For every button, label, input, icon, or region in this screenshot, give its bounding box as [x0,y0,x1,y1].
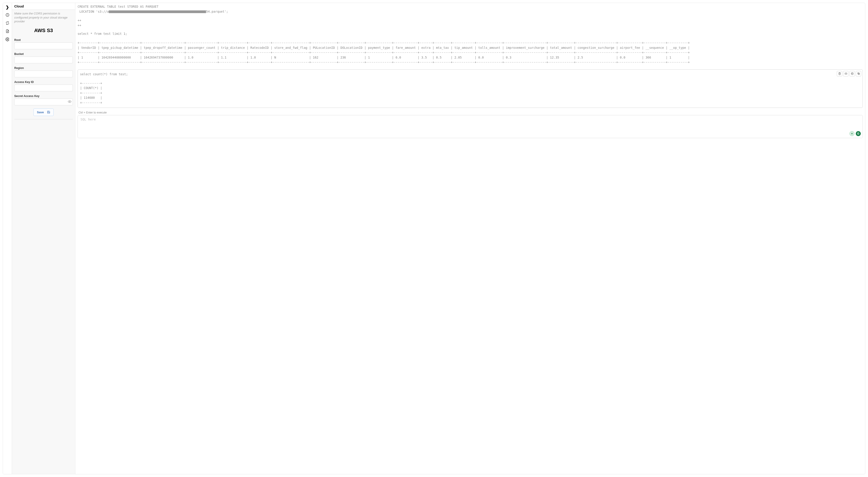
grammarly-dark-icon[interactable]: G [856,131,861,136]
result-select: +----------+----------------------+-----… [78,40,863,65]
sql-editor: G [78,115,863,138]
input-root[interactable] [14,42,73,49]
sidebar: Cloud Make sure the CORS permission is c… [12,3,75,474]
sync-icon[interactable] [5,21,9,26]
query-text-select: select * from test limit 1; [78,31,863,36]
label-secret: Secret Access Key [14,95,73,98]
app-shell: ❯ Cloud Make sure the CORS permission is… [3,3,865,474]
query-block-create[interactable]: CREATE EXTERNAL TABLE test STORED AS PAR… [77,4,864,31]
label-bucket: Bucket [14,53,73,56]
svg-point-2 [7,14,7,14]
execute-hint: Ctrl + Enter to execute [79,111,863,114]
svg-point-6 [69,101,70,102]
query-text-create: CREATE EXTERNAL TABLE test STORED AS PAR… [78,4,863,14]
query-block-select[interactable]: select * from test limit 1; +----------+… [77,31,864,68]
insert-before-button[interactable] [849,71,855,76]
delete-block-button[interactable] [837,71,842,76]
arrow-in-icon [851,72,854,75]
sidebar-hint: Make sure the CORS permission is configu… [14,11,73,24]
input-secret[interactable] [14,99,73,105]
svg-point-13 [851,133,852,134]
save-button-label: Save [37,110,44,114]
save-icon [47,110,50,114]
label-access-key: Access Key ID [14,81,73,84]
copy-block-button[interactable] [856,71,861,76]
label-root: Root [14,38,73,41]
minus-icon [844,72,847,75]
label-region: Region [14,66,73,70]
input-access-key[interactable] [14,85,73,91]
settings-icon[interactable] [5,37,9,42]
sql-input[interactable] [78,115,863,137]
redacted-s3-path [109,10,206,13]
provider-title: AWS S3 [14,28,73,33]
result-create: ++ ++ [78,18,863,28]
grammarly-light-icon[interactable] [849,131,855,136]
editor-badges: G [849,131,861,136]
trash-icon [838,72,841,75]
query-block-count[interactable]: select count(*) from test; +----------+ … [78,69,863,108]
svg-point-5 [7,39,8,40]
logo-icon[interactable]: ❯ [6,5,9,10]
query-text-count: select count(*) from test; [80,72,860,77]
result-count: +----------+ | COUNT(*) | +----------+ |… [80,81,860,105]
input-region[interactable] [14,70,73,77]
save-button[interactable]: Save [33,108,53,116]
info-icon[interactable] [5,13,9,18]
icon-rail: ❯ [3,3,12,474]
new-file-icon[interactable] [5,29,9,34]
collapse-block-button[interactable] [843,71,848,76]
sidebar-title: Cloud [12,3,75,10]
block-toolbar [837,71,861,76]
reveal-secret-button[interactable] [68,100,71,104]
input-bucket[interactable] [14,57,73,63]
main-panel: CREATE EXTERNAL TABLE test STORED AS PAR… [75,3,865,474]
copy-icon [857,72,860,75]
